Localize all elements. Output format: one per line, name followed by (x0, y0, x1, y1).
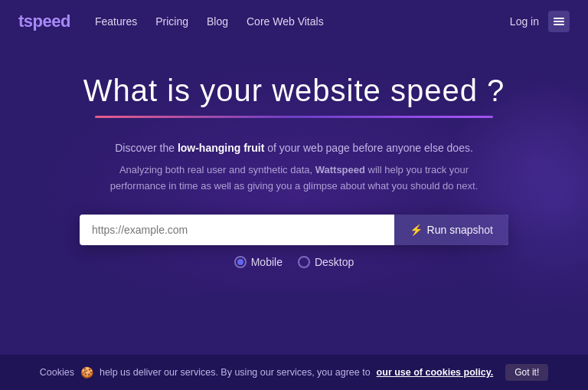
nav-item-features[interactable]: Features (95, 15, 137, 28)
url-input[interactable] (80, 215, 394, 245)
hero-section: What is your website speed ? Discover th… (0, 43, 588, 291)
cookie-emoji: 🍪 (80, 366, 93, 379)
svg-rect-0 (554, 18, 564, 19)
mobile-option[interactable]: Mobile (234, 256, 283, 268)
nav-item-core-web-vitals[interactable]: Core Web Vitals (247, 15, 324, 28)
hero-title: What is your website speed ? (83, 74, 505, 108)
title-underline (95, 116, 493, 118)
login-button[interactable]: Log in (510, 15, 539, 28)
svg-rect-1 (554, 21, 564, 22)
hero-desc: Analyzing both real user and synthetic d… (95, 162, 493, 195)
got-it-button[interactable]: Got it! (505, 364, 548, 381)
hamburger-icon (554, 18, 564, 25)
cookie-banner: Cookies 🍪 help us deliver our services. … (0, 355, 588, 390)
desktop-radio[interactable] (298, 256, 310, 268)
nav-item-blog[interactable]: Blog (207, 15, 228, 28)
cookie-text: help us deliver our services. By using o… (100, 367, 371, 378)
svg-rect-2 (554, 24, 564, 25)
subtitle-bold: low-hanging fruit (178, 142, 265, 154)
logo[interactable]: tspeed (18, 11, 70, 31)
logo-prefix: tspeed (18, 11, 70, 31)
nav-item-pricing[interactable]: Pricing (155, 15, 188, 28)
device-options: Mobile Desktop (234, 256, 354, 268)
navbar: tspeed Features Pricing Blog Core Web Vi… (0, 0, 588, 43)
cookies-label: Cookies (40, 367, 74, 378)
cookie-policy-link[interactable]: our use of cookies policy. (377, 367, 494, 378)
mobile-radio[interactable] (234, 256, 247, 268)
desktop-option[interactable]: Desktop (298, 256, 354, 268)
hero-subtitle: Discover the low-hanging fruit of your w… (115, 139, 473, 156)
search-bar: ⚡ Run snapshot (80, 215, 508, 245)
wattspeed-brand: Wattspeed (315, 164, 365, 175)
menu-icon[interactable] (548, 11, 570, 32)
nav-links: Features Pricing Blog Core Web Vitals (95, 15, 510, 28)
bolt-icon: ⚡ (410, 224, 423, 236)
run-snapshot-button[interactable]: ⚡ Run snapshot (394, 215, 508, 245)
